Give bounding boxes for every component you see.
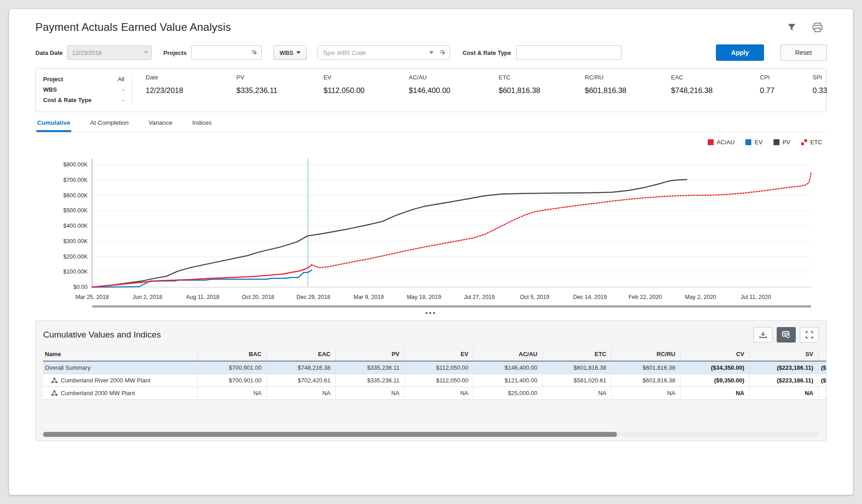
cell-ev: $112,050.00 — [404, 374, 473, 387]
wbs-type-dropdown[interactable]: WBS — [274, 45, 306, 60]
wbs-code-field — [318, 45, 450, 60]
scope-wbs-label: WBS — [43, 84, 57, 95]
cell-pv: NA — [335, 387, 404, 400]
metric-ev: EV$112,050.00 — [310, 74, 395, 105]
cell-ev: $112,050.00 — [404, 361, 473, 374]
cell-rcru: $601,816.38 — [611, 374, 680, 387]
tab-variance[interactable]: Variance — [148, 117, 173, 132]
data-date-value: 12/23/2018 — [72, 49, 141, 56]
projects-field — [191, 45, 262, 60]
cell-clipped: ($4 — [818, 361, 827, 374]
expand-button[interactable] — [800, 327, 819, 343]
cumulative-values-panel: Cumulative Values and Indices Name — [35, 320, 827, 441]
chart-legend: AC/AU EV PV ETC — [35, 139, 822, 146]
table-options-button[interactable] — [777, 327, 796, 343]
print-icon[interactable] — [812, 23, 823, 33]
data-date-select[interactable]: 12/23/2018 — [67, 45, 152, 60]
cell-eac: $748,216.38 — [266, 361, 335, 374]
table-row-cumberland-river[interactable]: Cumberland River 2000 MW Plant $700,901.… — [43, 374, 827, 387]
col-pv[interactable]: PV — [335, 348, 404, 361]
cell-bac: NA — [197, 387, 266, 400]
cumulative-values-table: Name BAC EAC PV EV AC/AU ETC RC/RU CV SV… — [43, 348, 827, 400]
col-ev[interactable]: EV — [404, 348, 473, 361]
col-bac[interactable]: BAC — [197, 348, 266, 361]
svg-text:$700.00K: $700.00K — [63, 177, 88, 183]
page-background: Payment Actuals Earned Value Analysis Da… — [0, 0, 862, 504]
projects-label: Projects — [163, 49, 186, 56]
legend-item-ev[interactable]: EV — [745, 139, 762, 146]
cell-bac: $700,901.00 — [197, 361, 266, 374]
view-tabs: Cumulative At Completion Variance Indice… — [35, 117, 827, 132]
legend-item-etc[interactable]: ETC — [801, 139, 822, 146]
metric-label: EV — [323, 74, 395, 81]
metric-value: $146,400.00 — [409, 86, 485, 95]
cell-eac: NA — [266, 387, 335, 400]
legend-label: ETC — [810, 139, 822, 146]
cell-etc: $601,816.38 — [542, 361, 611, 374]
wbs-code-input[interactable] — [323, 46, 426, 59]
legend-item-acau[interactable]: AC/AU — [708, 139, 735, 146]
metric-value: 0.77 — [760, 86, 799, 95]
svg-text:Jun 2, 2018: Jun 2, 2018 — [132, 294, 162, 300]
table-row-cumberland[interactable]: Cumberland 2000 MW Plant NA NA NA NA $25… — [43, 387, 827, 400]
reset-button[interactable]: Reset — [780, 44, 827, 61]
metric-label: Date — [146, 74, 223, 81]
col-sv[interactable]: SV — [749, 348, 818, 361]
data-date-label: Data Date — [35, 49, 63, 56]
tab-cumulative[interactable]: Cumulative — [36, 117, 71, 132]
cell-acau: $146,400.00 — [473, 361, 542, 374]
cost-rate-type-input[interactable] — [520, 46, 617, 59]
panel-resize-handle[interactable]: ••• — [35, 308, 827, 320]
table-scrollbar-thumb[interactable] — [43, 432, 617, 437]
filter-icon[interactable] — [787, 23, 797, 33]
svg-text:Dec 14, 2019: Dec 14, 2019 — [573, 294, 607, 300]
metric-value: 12/23/2018 — [146, 86, 223, 95]
grid-settings-icon — [782, 331, 790, 338]
metric-value: $748,216.38 — [671, 86, 746, 95]
legend-swatch-dark — [774, 139, 779, 145]
col-etc[interactable]: ETC — [542, 348, 611, 361]
legend-swatch-dotted — [801, 139, 807, 145]
table-scrollbar-track[interactable] — [43, 432, 819, 437]
scope-project-label: Project — [43, 74, 63, 84]
cell-rcru: $601,816.38 — [611, 361, 680, 374]
cell-acau: $25,000.00 — [473, 387, 542, 400]
picker-icon[interactable] — [251, 50, 258, 56]
svg-text:May 18, 2019: May 18, 2019 — [407, 294, 441, 300]
cell-eac: $702,420.61 — [266, 374, 335, 387]
cell-cv: ($9,350.00) — [680, 374, 749, 387]
tab-at-completion[interactable]: At Completion — [89, 117, 130, 132]
legend-label: EV — [754, 139, 762, 146]
legend-item-pv[interactable]: PV — [774, 139, 790, 146]
svg-text:Oct 5, 2019: Oct 5, 2019 — [520, 294, 549, 300]
col-name[interactable]: Name — [43, 348, 197, 361]
svg-text:$200.00K: $200.00K — [63, 254, 88, 260]
chevron-down-icon[interactable] — [429, 51, 434, 54]
metric-label: AC/AU — [409, 74, 485, 81]
metric-acau: AC/AU$146,400.00 — [395, 74, 485, 105]
cell-rcru: NA — [611, 387, 680, 400]
col-acau[interactable]: AC/AU — [473, 348, 542, 361]
svg-text:Mar 9, 2019: Mar 9, 2019 — [353, 294, 384, 300]
ev-summary-strip: ProjectAll WBS- Cost & Rate Type- Date12… — [35, 68, 827, 112]
app-card: Payment Actuals Earned Value Analysis Da… — [9, 9, 853, 495]
col-cv[interactable]: CV — [680, 348, 749, 361]
legend-label: PV — [783, 139, 790, 146]
col-eac[interactable]: EAC — [266, 348, 335, 361]
cell-sv: ($223,186.11) — [749, 361, 818, 374]
panel-title: Cumulative Values and Indices — [43, 330, 161, 340]
ev-curves-chart[interactable]: $0.00$100.00K$200.00K$300.00K$400.00K$50… — [35, 147, 827, 303]
svg-text:May 2, 2020: May 2, 2020 — [685, 294, 716, 300]
cell-clipped — [818, 387, 827, 400]
download-button[interactable] — [754, 327, 773, 343]
col-clipped — [818, 348, 827, 361]
table-row-overall-summary[interactable]: Overall Summary $700,901.00 $748,216.38 … — [43, 361, 827, 374]
metric-label: SPI — [813, 74, 840, 81]
col-rcru[interactable]: RC/RU — [611, 348, 680, 361]
cell-clipped: ($ — [818, 374, 827, 387]
scope-project-value: All — [118, 74, 124, 84]
tab-indices[interactable]: Indices — [191, 117, 213, 132]
picker-icon[interactable] — [440, 50, 446, 56]
projects-input[interactable] — [195, 46, 248, 59]
apply-button[interactable]: Apply — [716, 44, 764, 61]
